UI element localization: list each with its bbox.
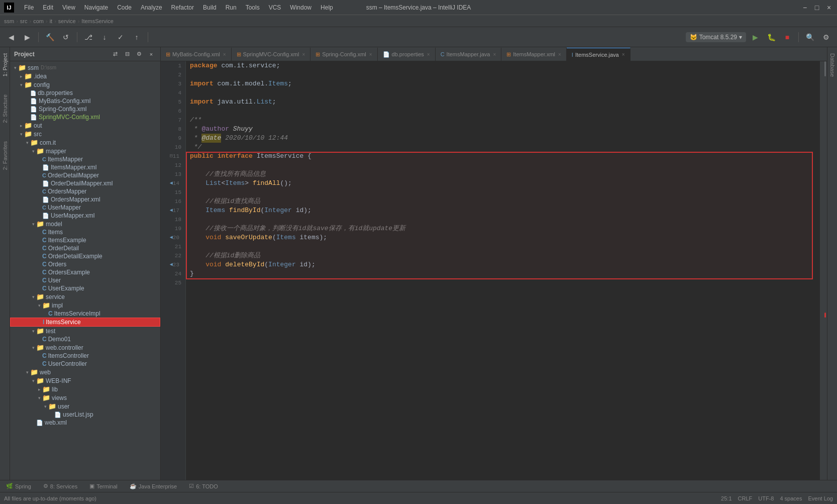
tree-item-idea[interactable]: ▸ 📁 .idea (10, 72, 160, 80)
code-line-14[interactable]: List<Items> findAll(); (190, 179, 816, 188)
tree-item-itemsexample[interactable]: C ItemsExample (10, 236, 160, 244)
tree-item-itemsservice[interactable]: I ItemsService (10, 318, 160, 327)
tree-item-orderdetailmapper-xml[interactable]: 📄 OrderDetailMapper.xml (10, 179, 160, 187)
code-line-3[interactable]: import com.it.model.Items; (190, 79, 816, 88)
tab-spring-config[interactable]: ⊞ Spring-Config.xml × (310, 48, 377, 61)
structure-tab[interactable]: 2: Structure (1, 90, 9, 127)
tree-item-itemsmapper[interactable]: C ItemsMapper (10, 155, 160, 163)
git-button[interactable]: ⎇ (81, 30, 95, 44)
close-tab-itemsservice[interactable]: × (622, 52, 625, 57)
code-line-7[interactable]: /** (190, 116, 816, 125)
code-line-2[interactable] (190, 70, 816, 79)
close-tab-mybatis[interactable]: × (223, 52, 226, 57)
tree-item-orderdetailexample[interactable]: C OrderDetailExample (10, 252, 160, 260)
tree-item-itemsserviceimpl[interactable]: C ItemsServiceImpl (10, 310, 160, 318)
tree-item-service[interactable]: ▾ 📁 service (10, 292, 160, 301)
code-line-17[interactable]: Items findById(Integer id); (190, 206, 816, 215)
favorites-tab[interactable]: 2: Favorites (1, 137, 9, 174)
forward-button[interactable]: ▶ (20, 30, 34, 44)
tree-item-webinf[interactable]: ▾ 📁 WEB-INF (10, 376, 160, 385)
todo-tab[interactable]: ☑ 6: TODO (183, 480, 224, 492)
tree-item-spring-config[interactable]: 📄 Spring-Config.xml (10, 105, 160, 113)
breadcrumb-it[interactable]: it (50, 18, 53, 24)
close-tab-itemsmapper-xml[interactable]: × (558, 52, 561, 57)
code-line-13[interactable]: //查找所有商品信息 (190, 170, 816, 179)
tree-item-user[interactable]: C User (10, 276, 160, 284)
breadcrumb-src[interactable]: src (20, 18, 28, 24)
code-line-4[interactable] (190, 88, 816, 97)
tree-item-comit[interactable]: ▾ 📁 com.it (10, 138, 160, 147)
tab-springmvc-config[interactable]: ⊞ SpringMVC-Config.xml × (232, 48, 311, 61)
tree-item-impl[interactable]: ▾ 📁 impl (10, 301, 160, 310)
tree-item-itemscontroller[interactable]: C ItemsController (10, 352, 160, 360)
collapse-all-button[interactable]: ⊟ (122, 49, 132, 59)
tab-db-properties[interactable]: 📄 db.properties × (378, 48, 436, 61)
git-push-button[interactable]: ↑ (130, 30, 144, 44)
encoding[interactable]: UTF-8 (758, 495, 774, 501)
tree-item-usercontroller[interactable]: C UserController (10, 360, 160, 368)
tree-item-demo01[interactable]: C Demo01 (10, 335, 160, 343)
code-editor[interactable]: 1 2 3 4 5 6 7 8 9 10 ⊟ 11 12 13 ◀ 14 (161, 61, 827, 480)
menu-tools[interactable]: Tools (242, 3, 264, 13)
maximize-button[interactable]: □ (813, 4, 821, 12)
debug-button[interactable]: 🐛 (764, 30, 778, 44)
tree-item-orders[interactable]: C Orders (10, 260, 160, 268)
code-line-18[interactable] (190, 215, 816, 224)
tree-item-web[interactable]: ▾ 📁 web (10, 368, 160, 376)
tree-item-views[interactable]: ▾ 📁 views (10, 393, 160, 402)
code-line-23[interactable]: void deleteById(Integer id); (190, 260, 816, 269)
minimize-button[interactable]: − (801, 4, 809, 12)
editor-scrollbar[interactable] (820, 61, 827, 480)
tree-item-mybatis-config[interactable]: 📄 MyBatis-Config.xml (10, 97, 160, 105)
tree-item-web-xml[interactable]: 📄 web.xml (10, 419, 160, 427)
breadcrumb-itemsservice[interactable]: ItemsService (81, 18, 114, 24)
close-tab-spring[interactable]: × (369, 52, 372, 57)
close-button[interactable]: × (825, 4, 833, 12)
code-line-12[interactable] (190, 161, 816, 170)
code-line-6[interactable] (190, 107, 816, 116)
code-line-24[interactable]: } (190, 269, 816, 278)
menu-refactor[interactable]: Refactor (167, 3, 198, 13)
code-line-21[interactable] (190, 242, 816, 251)
tree-item-ordersexample[interactable]: C OrdersExample (10, 268, 160, 276)
code-line-9[interactable]: * @date 2020/10/10 12:44 (190, 134, 816, 143)
services-tab[interactable]: ⚙ 8: Services (37, 480, 83, 492)
stop-button[interactable]: ■ (780, 30, 794, 44)
menu-edit[interactable]: Edit (39, 3, 57, 13)
git-commit-button[interactable]: ✓ (114, 30, 128, 44)
menu-help[interactable]: Help (317, 3, 337, 13)
menu-view[interactable]: View (58, 3, 79, 13)
tree-item-userlist-jsp[interactable]: 📄 userList.jsp (10, 411, 160, 419)
tree-item-usermapper-xml[interactable]: 📄 UserMapper.xml (10, 212, 160, 220)
tree-item-items[interactable]: C Items (10, 228, 160, 236)
tree-item-userfolder[interactable]: ▾ 📁 user (10, 402, 160, 411)
scroll-thumb[interactable] (824, 61, 826, 76)
menu-vcs[interactable]: VCS (265, 3, 285, 13)
refresh-button[interactable]: ↺ (59, 30, 73, 44)
spring-tab[interactable]: 🌿 Spring (0, 480, 37, 492)
java-enterprise-tab[interactable]: ☕ Java Enterprise (124, 480, 183, 492)
menu-window[interactable]: Window (286, 3, 316, 13)
tree-item-springmvc-config[interactable]: 📄 SpringMVC-Config.xml (10, 113, 160, 121)
code-line-5[interactable]: import java.util.List; (190, 97, 816, 107)
menu-navigate[interactable]: Navigate (80, 3, 112, 13)
code-line-15[interactable] (190, 188, 816, 197)
settings-button[interactable]: ⚙ (819, 30, 833, 44)
tab-itemsservice-java[interactable]: I ItemsService.java × (567, 48, 631, 61)
tree-item-ordersmapper-xml[interactable]: 📄 OrdersMapper.xml (10, 195, 160, 204)
close-tab-db[interactable]: × (427, 52, 430, 57)
tree-item-itemsmapper-xml[interactable]: 📄 ItemsMapper.xml (10, 163, 160, 171)
tab-itemsmapper-java[interactable]: C ItemsMapper.java × (436, 48, 502, 61)
database-tab[interactable]: Database (828, 49, 836, 81)
tree-item-src[interactable]: ▾ 📁 src (10, 130, 160, 138)
project-tab[interactable]: 1: Project (1, 49, 9, 80)
settings-panel-button[interactable]: ⚙ (134, 49, 144, 59)
code-line-20[interactable]: void saveOrUpdate(Items items); (190, 233, 816, 242)
code-line-16[interactable]: //根据id查找商品 (190, 197, 816, 206)
sync-button[interactable]: ⇄ (110, 49, 120, 59)
tree-item-usermapper[interactable]: C UserMapper (10, 204, 160, 212)
code-content[interactable]: package com.it.service; import com.it.mo… (186, 61, 820, 480)
code-line-22[interactable]: //根据id删除商品 (190, 251, 816, 260)
code-line-8[interactable]: * @author Shuyy (190, 125, 816, 134)
menu-file[interactable]: File (20, 3, 38, 13)
